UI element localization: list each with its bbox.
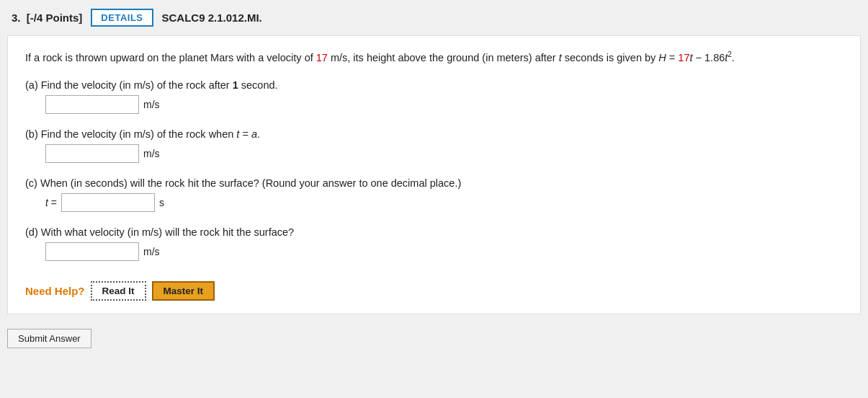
part-a-input-row: m/s <box>45 95 843 114</box>
part-b: (b) Find the velocity (in m/s) of the ro… <box>25 128 843 163</box>
t-equals-label: t = <box>45 197 57 208</box>
read-it-button[interactable]: Read It <box>91 281 146 301</box>
part-d-label: (d) With what velocity (in m/s) will the… <box>25 226 843 238</box>
part-c: (c) When (in seconds) will the rock hit … <box>25 177 843 212</box>
header-bar: 3. [-/4 Points] DETAILS SCALC9 2.1.012.M… <box>0 0 868 35</box>
answer-input-b[interactable] <box>45 144 139 163</box>
answer-input-c[interactable] <box>61 193 155 212</box>
answer-input-a[interactable] <box>45 95 139 114</box>
answer-input-d[interactable] <box>45 242 139 261</box>
intro-text: If a rock is thrown upward on the planet… <box>25 49 843 66</box>
submit-button[interactable]: Submit Answer <box>7 329 91 348</box>
unit-b: m/s <box>143 148 160 159</box>
master-it-button[interactable]: Master It <box>152 281 215 301</box>
unit-c: s <box>159 197 164 208</box>
need-help-label: Need Help? <box>25 285 85 297</box>
part-b-input-row: m/s <box>45 144 843 163</box>
part-b-label: (b) Find the velocity (in m/s) of the ro… <box>25 128 843 140</box>
submit-row: Submit Answer <box>0 322 868 355</box>
details-button[interactable]: DETAILS <box>91 9 153 27</box>
question-number: 3. [-/4 Points] <box>12 12 82 24</box>
part-d-input-row: m/s <box>45 242 843 261</box>
unit-d: m/s <box>143 246 160 257</box>
part-c-input-row: t = s <box>45 193 843 212</box>
part-c-label: (c) When (in seconds) will the rock hit … <box>25 177 843 189</box>
question-code: SCALC9 2.1.012.MI. <box>162 12 262 24</box>
page-wrapper: 3. [-/4 Points] DETAILS SCALC9 2.1.012.M… <box>0 0 868 398</box>
unit-a: m/s <box>143 99 160 110</box>
content-box: If a rock is thrown upward on the planet… <box>7 35 861 314</box>
part-d: (d) With what velocity (in m/s) will the… <box>25 226 843 261</box>
part-a-label: (a) Find the velocity (in m/s) of the ro… <box>25 79 843 91</box>
need-help-row: Need Help? Read It Master It <box>25 275 843 301</box>
part-a: (a) Find the velocity (in m/s) of the ro… <box>25 79 843 114</box>
